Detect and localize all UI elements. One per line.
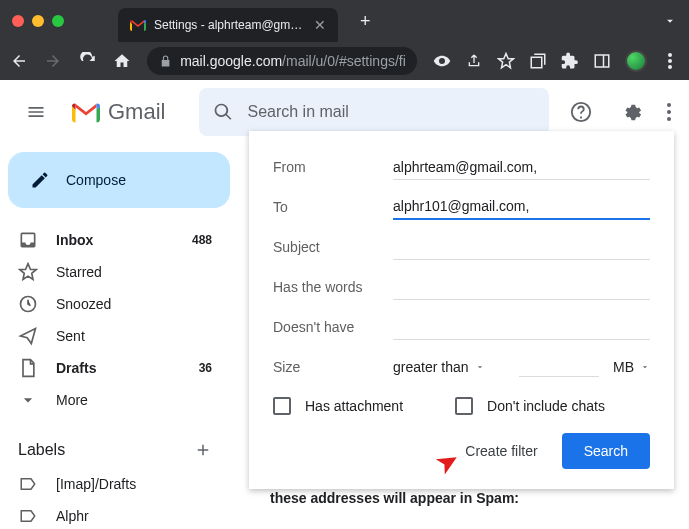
labels-heading: Labels xyxy=(0,432,230,468)
browser-tab[interactable]: Settings - alphrteam@gmail.co ✕ xyxy=(118,8,338,42)
back-button[interactable] xyxy=(10,50,28,72)
has-attachment-checkbox[interactable] xyxy=(273,397,291,415)
label-icon xyxy=(18,506,38,526)
from-label: From xyxy=(273,159,393,175)
main-menu-button[interactable] xyxy=(12,88,60,136)
profile-avatar[interactable] xyxy=(625,50,647,72)
nav-sent[interactable]: Sent xyxy=(0,320,230,352)
minimize-window-button[interactable] xyxy=(32,15,44,27)
gmail-logo[interactable]: Gmail xyxy=(72,99,165,125)
nav-label: Sent xyxy=(56,328,85,344)
clock-icon xyxy=(18,294,38,314)
svg-point-0 xyxy=(668,53,672,57)
doesnt-have-input[interactable] xyxy=(393,315,650,340)
nav-starred[interactable]: Starred xyxy=(0,256,230,288)
chevron-down-icon xyxy=(475,362,485,372)
nav-more[interactable]: More xyxy=(0,384,230,416)
home-button[interactable] xyxy=(113,50,131,72)
tabs-icon[interactable] xyxy=(529,52,547,70)
to-input[interactable] xyxy=(393,194,650,220)
more-button[interactable] xyxy=(661,92,677,132)
pencil-icon xyxy=(30,170,50,190)
nav-label: Inbox xyxy=(56,232,93,248)
doesnt-have-label: Doesn't have xyxy=(273,319,393,335)
close-window-button[interactable] xyxy=(12,15,24,27)
create-filter-button[interactable]: Create filter xyxy=(461,435,541,467)
window-controls xyxy=(12,15,64,27)
to-label: To xyxy=(273,199,393,215)
star-icon[interactable] xyxy=(497,52,515,70)
extensions-icon[interactable] xyxy=(561,52,579,70)
background-text: these addresses will appear in Spam: xyxy=(270,490,519,506)
svg-point-2 xyxy=(668,65,672,69)
search-button[interactable]: Search xyxy=(562,433,650,469)
has-attachment-label: Has attachment xyxy=(305,398,403,414)
nav-label: Drafts xyxy=(56,360,96,376)
label-icon xyxy=(18,474,38,494)
tab-title: Settings - alphrteam@gmail.co xyxy=(154,18,306,32)
label-item[interactable]: [Imap]/Drafts xyxy=(0,468,230,500)
gmail-wordmark: Gmail xyxy=(108,99,165,125)
subject-label: Subject xyxy=(273,239,393,255)
tabs-dropdown-icon[interactable] xyxy=(663,14,677,28)
svg-point-4 xyxy=(667,103,671,107)
has-words-label: Has the words xyxy=(273,279,393,295)
maximize-window-button[interactable] xyxy=(52,15,64,27)
support-button[interactable] xyxy=(561,92,601,132)
dont-include-chats-label: Don't include chats xyxy=(487,398,605,414)
gmail-app: Gmail Search in mail Compose Inbox 4 xyxy=(0,80,689,529)
size-label: Size xyxy=(273,359,393,375)
url-text: mail.google.com/mail/u/0/#settings/fi… xyxy=(180,53,405,69)
search-icon xyxy=(213,102,233,122)
menu-icon[interactable] xyxy=(661,52,679,70)
browser-toolbar: mail.google.com/mail/u/0/#settings/fi… xyxy=(0,42,689,80)
send-icon xyxy=(18,326,38,346)
add-label-button[interactable] xyxy=(194,441,212,459)
eye-icon[interactable] xyxy=(433,52,451,70)
subject-input[interactable] xyxy=(393,235,650,260)
has-words-input[interactable] xyxy=(393,275,650,300)
nav-label: Starred xyxy=(56,264,102,280)
label-item[interactable]: Alphr xyxy=(0,500,230,529)
nav-count: 488 xyxy=(192,233,212,247)
sidebar: Compose Inbox 488 Starred Snoozed Sent D… xyxy=(0,144,240,529)
label-name: Alphr xyxy=(56,508,89,524)
nav-count: 36 xyxy=(199,361,212,375)
search-bar[interactable]: Search in mail xyxy=(199,88,549,136)
address-bar[interactable]: mail.google.com/mail/u/0/#settings/fi… xyxy=(147,47,417,75)
nav-label: Snoozed xyxy=(56,296,111,312)
nav-label: More xyxy=(56,392,88,408)
inbox-icon xyxy=(18,230,38,250)
nav-drafts[interactable]: Drafts 36 xyxy=(0,352,230,384)
compose-button[interactable]: Compose xyxy=(8,152,230,208)
file-icon xyxy=(18,358,38,378)
search-placeholder: Search in mail xyxy=(247,103,348,121)
tab-close-button[interactable]: ✕ xyxy=(314,17,326,33)
from-input[interactable] xyxy=(393,155,650,180)
svg-point-5 xyxy=(667,110,671,114)
chevron-down-icon xyxy=(640,362,650,372)
dont-include-chats-checkbox[interactable] xyxy=(455,397,473,415)
lock-icon xyxy=(159,54,172,68)
svg-point-1 xyxy=(668,59,672,63)
sidepanel-icon[interactable] xyxy=(593,52,611,70)
nav-snoozed[interactable]: Snoozed xyxy=(0,288,230,320)
forward-button[interactable] xyxy=(44,50,62,72)
new-tab-button[interactable]: + xyxy=(360,11,371,32)
svg-point-6 xyxy=(667,117,671,121)
size-value-input[interactable] xyxy=(519,357,600,377)
chevron-down-icon xyxy=(18,390,38,410)
nav-inbox[interactable]: Inbox 488 xyxy=(0,224,230,256)
filter-panel: From To Subject Has the words Doesn't ha… xyxy=(249,131,674,489)
reload-button[interactable] xyxy=(79,50,97,72)
label-name: [Imap]/Drafts xyxy=(56,476,136,492)
star-icon xyxy=(18,262,38,282)
browser-tab-strip: Settings - alphrteam@gmail.co ✕ + xyxy=(0,0,689,42)
settings-button[interactable] xyxy=(611,92,651,132)
size-unit-select[interactable]: MB xyxy=(613,359,650,375)
size-operator-select[interactable]: greater than xyxy=(393,359,485,375)
gmail-favicon xyxy=(130,17,146,33)
arrow-annotation: ➤ xyxy=(429,442,465,482)
share-icon[interactable] xyxy=(465,52,483,70)
compose-label: Compose xyxy=(66,172,126,188)
